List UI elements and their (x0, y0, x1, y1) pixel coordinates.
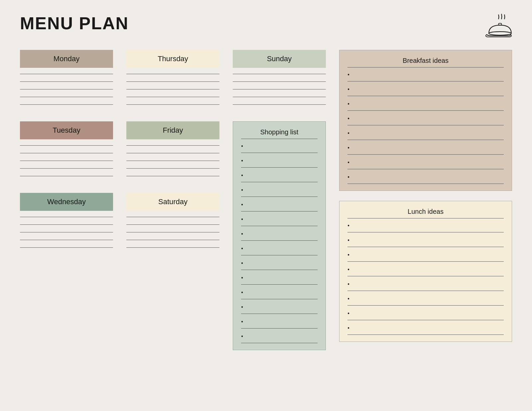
line (20, 224, 113, 225)
breakfast-ideas-box: Breakfast ideas (339, 50, 512, 191)
lunch-ideas-title: Lunch ideas (347, 208, 504, 218)
list-item (241, 143, 318, 153)
sunday-lines (233, 74, 326, 105)
line (126, 161, 219, 161)
line (20, 145, 113, 146)
tuesday-header: Tuesday (20, 121, 113, 139)
monday-lines (20, 74, 113, 105)
wednesday-lines (20, 217, 113, 248)
list-item (347, 310, 504, 320)
line (233, 104, 326, 105)
line (126, 176, 219, 176)
friday-lines (126, 145, 219, 176)
list-item (347, 145, 504, 155)
list-item (347, 266, 504, 276)
line (126, 217, 219, 217)
list-item (347, 281, 504, 291)
list-item (241, 202, 318, 211)
line (20, 74, 113, 74)
line (126, 168, 219, 169)
tuesday-section: Tuesday (20, 121, 113, 186)
lunch-ideas-list (347, 222, 504, 335)
list-item (241, 333, 318, 343)
list-item (241, 187, 318, 197)
list-item (347, 222, 504, 232)
list-item (241, 245, 318, 255)
list-item (241, 231, 318, 241)
page-title: MENU PLAN (20, 13, 129, 33)
sunday-header: Sunday (233, 50, 326, 68)
line (20, 247, 113, 248)
line (20, 217, 113, 217)
list-item (347, 86, 504, 96)
food-icon (482, 13, 512, 40)
shopping-list-title: Shopping list (241, 128, 318, 139)
monday-section: Monday (20, 50, 113, 115)
list-item (347, 159, 504, 169)
svg-rect-1 (498, 23, 501, 25)
line (233, 97, 326, 97)
list-item (241, 289, 318, 299)
line (126, 247, 219, 248)
sunday-section: Sunday (233, 50, 326, 115)
wednesday-section: Wednesday (20, 193, 113, 258)
shopping-list (241, 143, 318, 343)
list-item (347, 71, 504, 81)
col-2: Thursday Friday Saturday (126, 50, 219, 350)
list-item (347, 101, 504, 111)
line (20, 240, 113, 240)
line (126, 224, 219, 225)
list-item (347, 296, 504, 306)
saturday-header: Saturday (126, 193, 219, 211)
line (126, 232, 219, 232)
shopping-list-box: Shopping list (233, 121, 326, 350)
list-item (347, 174, 504, 184)
line (126, 74, 219, 74)
line (126, 89, 219, 89)
tuesday-lines (20, 145, 113, 176)
line (126, 153, 219, 153)
line (126, 81, 219, 82)
line (20, 161, 113, 161)
breakfast-ideas-list (347, 71, 504, 184)
list-item (241, 304, 318, 314)
list-item (347, 325, 504, 335)
line (20, 153, 113, 153)
line (126, 104, 219, 105)
list-item (241, 216, 318, 226)
main-grid: Monday Tuesday Wednesday (20, 50, 512, 350)
list-item (241, 275, 318, 285)
saturday-section: Saturday (126, 193, 219, 258)
col-3: Sunday Shopping list (233, 50, 326, 350)
line (20, 97, 113, 97)
thursday-header: Thursday (126, 50, 219, 68)
ideas-column: Breakfast ideas Lunch ideas (339, 50, 512, 350)
thursday-section: Thursday (126, 50, 219, 115)
line (126, 145, 219, 146)
line (20, 104, 113, 105)
list-item (241, 172, 318, 182)
list-item (347, 115, 504, 125)
friday-header: Friday (126, 121, 219, 139)
list-item (241, 158, 318, 168)
monday-header: Monday (20, 50, 113, 68)
line (126, 240, 219, 240)
list-item (347, 252, 504, 262)
line (233, 81, 326, 82)
svg-point-0 (489, 32, 511, 35)
thursday-lines (126, 74, 219, 105)
line (233, 89, 326, 89)
list-item (347, 237, 504, 247)
lunch-ideas-box: Lunch ideas (339, 201, 512, 342)
line (233, 74, 326, 74)
wednesday-header: Wednesday (20, 193, 113, 211)
line (20, 176, 113, 176)
line (20, 232, 113, 232)
line (126, 97, 219, 97)
line (20, 168, 113, 169)
breakfast-ideas-title: Breakfast ideas (347, 57, 504, 68)
line (20, 89, 113, 89)
line (20, 81, 113, 82)
friday-section: Friday (126, 121, 219, 186)
list-item (347, 130, 504, 140)
